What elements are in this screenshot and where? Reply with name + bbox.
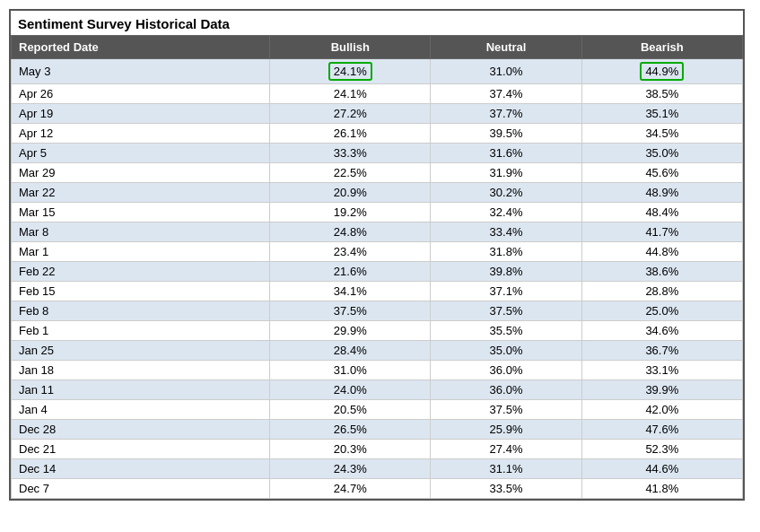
table-row: Mar 1519.2%32.4%48.4% — [12, 203, 743, 222]
cell-date: Jan 25 — [12, 341, 270, 361]
col-header-bullish: Bullish — [270, 36, 431, 59]
cell-bearish: 38.5% — [581, 84, 742, 104]
cell-date: Jan 11 — [12, 380, 270, 400]
cell-bullish: 21.6% — [270, 262, 431, 282]
cell-neutral: 35.5% — [431, 321, 581, 341]
table-row: Feb 837.5%37.5%25.0% — [12, 301, 743, 321]
cell-date: Mar 22 — [12, 183, 270, 203]
cell-neutral: 31.0% — [431, 59, 581, 84]
cell-bullish: 22.5% — [270, 163, 431, 183]
table-row: Jan 1124.0%36.0%39.9% — [12, 380, 743, 400]
cell-bullish: 28.4% — [270, 341, 431, 361]
cell-neutral: 39.8% — [431, 262, 581, 282]
table-header-row: Reported Date Bullish Neutral Bearish — [12, 36, 743, 59]
cell-neutral: 35.0% — [431, 341, 581, 361]
table-row: Dec 2826.5%25.9%47.6% — [12, 420, 743, 440]
cell-neutral: 31.1% — [431, 459, 581, 479]
cell-bearish: 42.0% — [581, 400, 742, 420]
main-container: Sentiment Survey Historical Data Reporte… — [9, 9, 745, 501]
cell-neutral: 39.5% — [431, 124, 581, 144]
cell-bearish: 38.6% — [581, 262, 742, 282]
cell-bearish: 35.0% — [581, 144, 742, 163]
cell-date: Mar 29 — [12, 163, 270, 183]
col-header-neutral: Neutral — [431, 36, 581, 59]
cell-bearish: 25.0% — [581, 301, 742, 321]
cell-date: Jan 18 — [12, 361, 270, 380]
cell-neutral: 37.4% — [431, 84, 581, 104]
cell-bullish: 24.1% — [270, 59, 431, 84]
sentiment-table: Reported Date Bullish Neutral Bearish Ma… — [11, 35, 743, 499]
cell-date: Jan 4 — [12, 400, 270, 420]
cell-neutral: 36.0% — [431, 380, 581, 400]
cell-neutral: 36.0% — [431, 361, 581, 380]
cell-date: Apr 12 — [12, 124, 270, 144]
cell-neutral: 37.1% — [431, 282, 581, 301]
cell-date: Feb 1 — [12, 321, 270, 341]
cell-bearish: 36.7% — [581, 341, 742, 361]
table-row: Jan 420.5%37.5%42.0% — [12, 400, 743, 420]
table-row: Feb 129.9%35.5%34.6% — [12, 321, 743, 341]
cell-date: Feb 8 — [12, 301, 270, 321]
table-row: Jan 1831.0%36.0%33.1% — [12, 361, 743, 380]
table-row: Mar 2220.9%30.2%48.9% — [12, 183, 743, 203]
cell-neutral: 30.2% — [431, 183, 581, 203]
cell-neutral: 33.4% — [431, 222, 581, 242]
cell-bullish: 23.4% — [270, 242, 431, 262]
cell-bullish: 24.0% — [270, 380, 431, 400]
cell-bearish: 47.6% — [581, 420, 742, 440]
cell-neutral: 32.4% — [431, 203, 581, 222]
cell-date: Dec 28 — [12, 420, 270, 440]
cell-neutral: 25.9% — [431, 420, 581, 440]
table-row: Apr 1226.1%39.5%34.5% — [12, 124, 743, 144]
cell-bearish: 41.8% — [581, 479, 742, 499]
cell-bearish: 44.8% — [581, 242, 742, 262]
cell-bullish: 24.7% — [270, 479, 431, 499]
cell-bullish: 31.0% — [270, 361, 431, 380]
cell-bearish: 44.9% — [581, 59, 742, 84]
cell-neutral: 31.6% — [431, 144, 581, 163]
cell-bearish: 39.9% — [581, 380, 742, 400]
cell-bullish: 26.5% — [270, 420, 431, 440]
cell-bullish: 19.2% — [270, 203, 431, 222]
table-row: Apr 2624.1%37.4%38.5% — [12, 84, 743, 104]
table-row: Apr 1927.2%37.7%35.1% — [12, 104, 743, 124]
cell-bullish: 26.1% — [270, 124, 431, 144]
cell-neutral: 37.5% — [431, 400, 581, 420]
cell-bearish: 28.8% — [581, 282, 742, 301]
cell-bearish: 34.5% — [581, 124, 742, 144]
cell-date: Dec 14 — [12, 459, 270, 479]
cell-bearish: 52.3% — [581, 440, 742, 459]
table-row: Dec 2120.3%27.4%52.3% — [12, 440, 743, 459]
table-row: Dec 1424.3%31.1%44.6% — [12, 459, 743, 479]
cell-bullish: 20.3% — [270, 440, 431, 459]
cell-bullish: 34.1% — [270, 282, 431, 301]
table-row: May 324.1%31.0%44.9% — [12, 59, 743, 84]
cell-bearish: 34.6% — [581, 321, 742, 341]
table-row: Jan 2528.4%35.0%36.7% — [12, 341, 743, 361]
cell-bearish: 48.9% — [581, 183, 742, 203]
cell-date: May 3 — [12, 59, 270, 84]
cell-bullish: 37.5% — [270, 301, 431, 321]
col-header-date: Reported Date — [12, 36, 270, 59]
cell-date: Dec 21 — [12, 440, 270, 459]
cell-date: Mar 1 — [12, 242, 270, 262]
cell-bearish: 45.6% — [581, 163, 742, 183]
cell-bearish: 35.1% — [581, 104, 742, 124]
table-title: Sentiment Survey Historical Data — [11, 11, 743, 35]
cell-neutral: 33.5% — [431, 479, 581, 499]
cell-bullish: 33.3% — [270, 144, 431, 163]
cell-bullish: 20.9% — [270, 183, 431, 203]
cell-date: Apr 5 — [12, 144, 270, 163]
table-row: Apr 533.3%31.6%35.0% — [12, 144, 743, 163]
cell-neutral: 37.7% — [431, 104, 581, 124]
table-row: Mar 2922.5%31.9%45.6% — [12, 163, 743, 183]
col-header-bearish: Bearish — [581, 36, 742, 59]
cell-bullish: 27.2% — [270, 104, 431, 124]
cell-bullish: 20.5% — [270, 400, 431, 420]
cell-bullish: 24.1% — [270, 84, 431, 104]
cell-bullish: 24.8% — [270, 222, 431, 242]
cell-bearish: 41.7% — [581, 222, 742, 242]
cell-date: Apr 26 — [12, 84, 270, 104]
cell-bearish: 48.4% — [581, 203, 742, 222]
cell-neutral: 31.8% — [431, 242, 581, 262]
